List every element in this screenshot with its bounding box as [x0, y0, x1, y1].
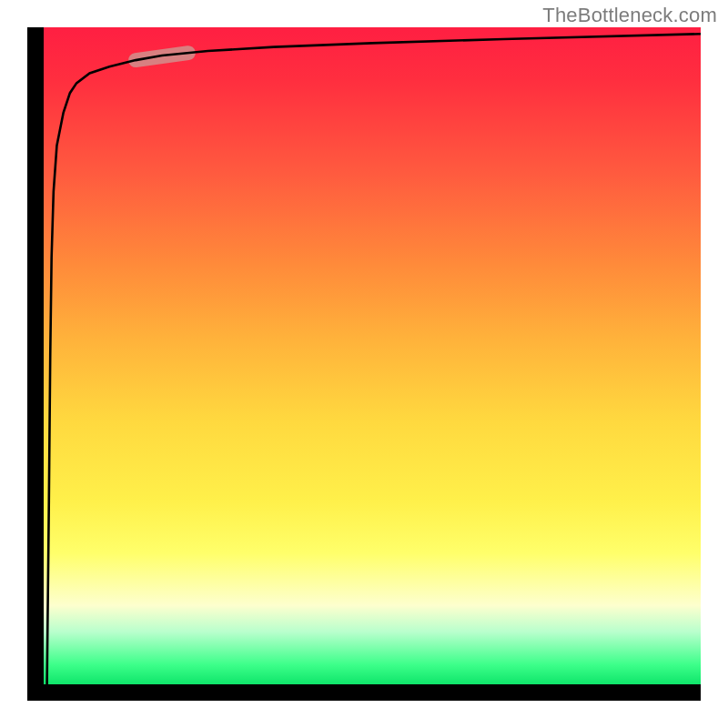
- chart-svg: [44, 27, 701, 684]
- x-axis: [27, 684, 701, 701]
- bottleneck-curve-path: [47, 34, 701, 684]
- attribution-text: TheBottleneck.com: [542, 4, 717, 27]
- chart-frame: [27, 27, 701, 701]
- y-axis: [27, 27, 44, 701]
